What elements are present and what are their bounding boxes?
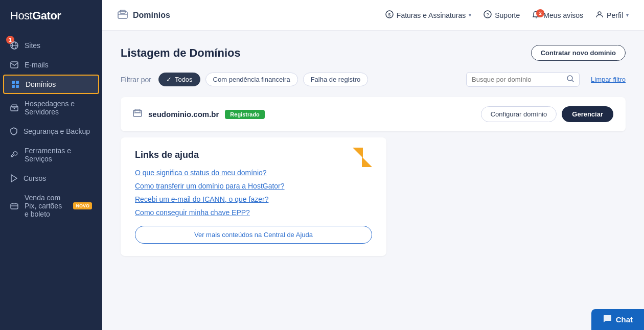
svg-text:?: ? xyxy=(487,12,489,17)
chat-button[interactable]: Chat xyxy=(591,309,644,330)
logo: HostGator xyxy=(0,0,102,32)
help-link-2[interactable]: Como transferir um domínio para a HostGa… xyxy=(135,182,372,190)
help-card: Links de ajuda O que significa o status … xyxy=(121,137,386,256)
sidebar-nav: Sites E-mails Domínios Hospedagens e Ser… xyxy=(0,32,102,330)
more-content-button[interactable]: Ver mais conteúdos na Central de Ajuda xyxy=(135,226,372,244)
page-title: Listagem de Domínios xyxy=(121,46,241,60)
sidebar-item-venda[interactable]: Venda com Pix, cartões e boleto NOVO xyxy=(0,188,102,224)
dominios-icon xyxy=(11,80,19,88)
chat-label: Chat xyxy=(616,315,633,324)
svg-rect-28 xyxy=(135,109,140,112)
domain-row: seudominio.com.br Registrado Configurar … xyxy=(121,97,626,131)
hospedagens-icon xyxy=(10,104,18,111)
search-input[interactable] xyxy=(472,76,564,83)
sidebar-item-label-dominios: Domínios xyxy=(26,80,56,88)
faturas-label: Faturas e Assinaturas xyxy=(397,11,466,19)
svg-rect-4 xyxy=(12,81,15,84)
sidebar-item-cursos[interactable]: Cursos xyxy=(0,169,102,188)
svg-text:$: $ xyxy=(388,12,390,17)
domain-status-badge: Registrado xyxy=(225,110,264,119)
domain-icon xyxy=(133,109,142,120)
hg-logo-icon xyxy=(353,148,372,169)
perfil-chevron: ▾ xyxy=(626,12,629,18)
email-icon xyxy=(10,61,18,68)
svg-marker-30 xyxy=(353,148,363,158)
help-link-3[interactable]: Recebi um e-mail do ICANN, o que fazer? xyxy=(135,195,372,203)
sidebar-item-label-hospedagens: Hospedagens e Servidores xyxy=(25,100,92,116)
sidebar-item-label-seguranca: Segurança e Backup xyxy=(24,127,90,135)
header-title-area: Domínios xyxy=(118,10,170,21)
clear-filter-link[interactable]: Limpar filtro xyxy=(591,76,626,83)
header-title-text: Domínios xyxy=(133,11,170,20)
nav-avisos[interactable]: 2 Meus avisos xyxy=(532,10,583,20)
nav-suporte[interactable]: ? Suporte xyxy=(484,10,520,20)
new-badge: NOVO xyxy=(73,202,92,209)
sidebar-item-seguranca[interactable]: Segurança e Backup xyxy=(0,122,102,141)
sidebar-item-dominios[interactable]: Domínios xyxy=(3,75,99,94)
search-icon xyxy=(567,75,574,84)
perfil-icon xyxy=(595,10,604,20)
svg-rect-3 xyxy=(11,62,18,68)
filter-todos-label: Todos xyxy=(175,76,193,83)
sidebar-item-ferramentas[interactable]: Ferramentas e Serviços xyxy=(0,141,102,169)
header: Domínios $ Faturas e Assinaturas ▾ ? Sup… xyxy=(102,0,644,31)
sidebar: HostGator 1 Sites E-mails Domínios xyxy=(0,0,102,330)
venda-icon xyxy=(10,202,18,209)
svg-rect-27 xyxy=(133,110,142,116)
faturas-chevron: ▾ xyxy=(469,12,471,18)
svg-rect-5 xyxy=(16,81,19,84)
filter-falha[interactable]: Falha de registro xyxy=(303,73,369,86)
svg-marker-11 xyxy=(11,175,17,182)
dominios-header-icon xyxy=(118,10,128,21)
sidebar-item-label-emails: E-mails xyxy=(25,61,49,69)
svg-point-10 xyxy=(14,108,15,109)
configure-domain-button[interactable]: Configurar domínio xyxy=(481,106,557,122)
seguranca-icon xyxy=(10,127,17,135)
help-title: Links de ajuda xyxy=(135,150,372,160)
filter-bar: Filtrar por ✓ Todos Com pendência financ… xyxy=(121,72,626,87)
nav-perfil[interactable]: Perfil ▾ xyxy=(595,10,629,20)
sidebar-item-sites[interactable]: Sites xyxy=(0,36,102,55)
svg-rect-16 xyxy=(118,12,127,18)
sidebar-item-hospedagens[interactable]: Hospedagens e Servidores xyxy=(0,94,102,122)
cursos-icon xyxy=(10,174,17,182)
filter-pendencia[interactable]: Com pendência financeira xyxy=(205,73,298,86)
avisos-label: Meus avisos xyxy=(543,11,583,19)
svg-marker-31 xyxy=(362,157,372,167)
suporte-label: Suporte xyxy=(495,11,520,19)
new-domain-button[interactable]: Contratar novo domínio xyxy=(531,45,626,61)
perfil-label: Perfil xyxy=(607,11,623,19)
sidebar-item-label-venda: Venda com Pix, cartões e boleto xyxy=(25,194,65,218)
suporte-icon: ? xyxy=(484,10,492,20)
help-link-4[interactable]: Como conseguir minha chave EPP? xyxy=(135,208,372,217)
svg-line-26 xyxy=(572,80,573,82)
domain-name: seudominio.com.br xyxy=(148,110,219,119)
check-icon: ✓ xyxy=(166,76,172,83)
help-link-1[interactable]: O que significa o status do meu domínio? xyxy=(135,169,372,177)
header-nav: $ Faturas e Assinaturas ▾ ? Suporte 2 Me… xyxy=(385,10,629,20)
sidebar-item-label-ferramentas: Ferramentas e Serviços xyxy=(25,147,92,163)
sidebar-item-label-sites: Sites xyxy=(25,41,40,50)
svg-rect-12 xyxy=(11,204,18,209)
search-wrapper[interactable] xyxy=(466,72,580,87)
svg-rect-7 xyxy=(16,85,19,88)
content-header: Listagem de Domínios Contratar novo domí… xyxy=(121,45,626,61)
main-content: Domínios $ Faturas e Assinaturas ▾ ? Sup… xyxy=(102,0,644,330)
content-area: Listagem de Domínios Contratar novo domí… xyxy=(102,31,644,330)
nav-faturas[interactable]: $ Faturas e Assinaturas ▾ xyxy=(385,10,471,20)
ferramentas-icon xyxy=(10,151,18,159)
svg-point-24 xyxy=(598,12,601,15)
sidebar-item-label-cursos: Cursos xyxy=(24,174,46,182)
filter-label: Filtrar por xyxy=(121,76,151,84)
manage-domain-button[interactable]: Gerenciar xyxy=(562,106,613,122)
faturas-icon: $ xyxy=(385,10,394,20)
sites-icon xyxy=(10,41,18,50)
svg-rect-6 xyxy=(12,85,15,88)
chat-icon xyxy=(603,314,612,325)
domain-actions: Configurar domínio Gerenciar xyxy=(481,106,613,122)
filter-todos[interactable]: ✓ Todos xyxy=(158,73,200,86)
sidebar-item-emails[interactable]: E-mails xyxy=(0,55,102,75)
